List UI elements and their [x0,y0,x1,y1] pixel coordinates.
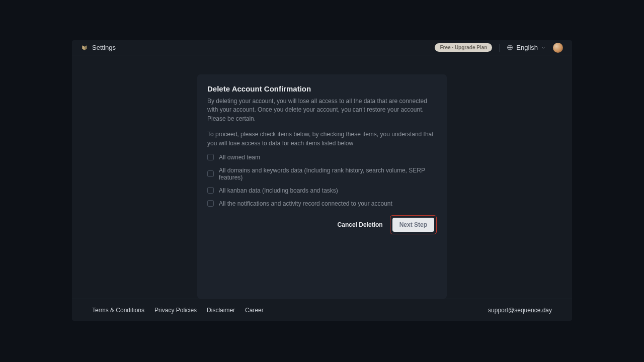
header-right: Free · Upgrade Plan English [435,43,563,53]
avatar[interactable] [553,43,563,53]
check-label: All kanban data (Including boards and ta… [219,187,338,194]
checkbox-list: All owned team All domains and keywords … [207,154,437,207]
upgrade-plan-button[interactable]: Free · Upgrade Plan [435,43,492,52]
checkbox-icon [207,154,214,160]
next-step-highlight: Next Step [390,215,437,234]
card-description-1: By deleting your account, you will lose … [207,97,437,123]
check-kanban[interactable]: All kanban data (Including boards and ta… [207,187,437,194]
app-logo-icon [81,44,88,51]
divider [499,44,500,52]
main-content: Delete Account Confirmation By deleting … [72,55,572,299]
checkbox-icon [207,200,214,207]
check-notifications[interactable]: All the notifications and activity recor… [207,200,437,207]
delete-account-card: Delete Account Confirmation By deleting … [197,74,447,299]
checkbox-icon [207,187,214,194]
footer-link-privacy[interactable]: Privacy Policies [154,307,197,314]
chevron-down-icon [541,45,546,50]
check-owned-team[interactable]: All owned team [207,154,437,161]
card-description-2: To proceed, please check items below, by… [207,130,437,148]
footer-link-terms[interactable]: Terms & Conditions [92,307,144,314]
check-label: All domains and keywords data (Including… [219,167,437,181]
footer-links: Terms & Conditions Privacy Policies Disc… [92,307,264,314]
app-window: Settings Free · Upgrade Plan English [72,40,572,321]
globe-icon [507,44,513,51]
card-actions: Cancel Deletion Next Step [207,215,437,234]
checkbox-icon [207,170,214,177]
page-title: Settings [92,44,116,51]
language-selector[interactable]: English [507,44,546,51]
card-title: Delete Account Confirmation [207,84,437,93]
next-step-button[interactable]: Next Step [392,218,434,232]
footer-link-disclaimer[interactable]: Disclaimer [207,307,235,314]
header: Settings Free · Upgrade Plan English [72,40,572,55]
check-label: All owned team [219,154,260,161]
footer: Terms & Conditions Privacy Policies Disc… [72,299,572,321]
footer-link-career[interactable]: Career [245,307,264,314]
language-label: English [516,44,538,51]
header-left: Settings [81,44,116,51]
check-domains-keywords[interactable]: All domains and keywords data (Including… [207,167,437,181]
cancel-deletion-button[interactable]: Cancel Deletion [338,221,383,228]
support-email-link[interactable]: support@sequence.day [488,307,552,314]
check-label: All the notifications and activity recor… [219,200,392,207]
